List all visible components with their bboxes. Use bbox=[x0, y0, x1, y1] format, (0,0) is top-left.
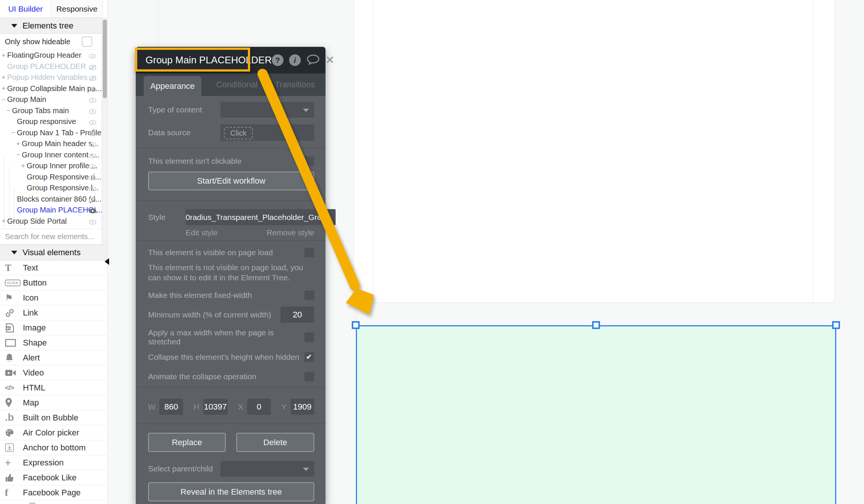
selected-group-element[interactable] bbox=[356, 325, 836, 504]
tree-item[interactable]: −Group Inner content -... bbox=[0, 150, 102, 161]
max-width-checkbox[interactable] bbox=[304, 332, 314, 342]
expand-collapse-glyph[interactable]: + bbox=[2, 73, 7, 82]
y-input[interactable]: 1909 bbox=[291, 399, 315, 415]
elements-tree-header[interactable]: Elements tree bbox=[0, 18, 107, 34]
tree-item[interactable]: +Group Inner profile ... bbox=[0, 160, 102, 172]
eye-icon[interactable] bbox=[88, 86, 97, 92]
expand-collapse-glyph[interactable]: − bbox=[6, 106, 12, 115]
visual-elements-header[interactable]: Visual elements bbox=[0, 244, 107, 260]
chevron-down-icon[interactable] bbox=[11, 251, 17, 254]
tree-item[interactable]: Group Responsive ri... bbox=[0, 172, 102, 183]
fixed-width-checkbox[interactable] bbox=[304, 290, 314, 300]
palette-item-image[interactable]: JPGImage bbox=[0, 320, 107, 335]
tab-appearance[interactable]: Appearance bbox=[144, 76, 201, 96]
tab-responsive[interactable]: Responsive bbox=[51, 0, 103, 18]
palette-item-built-on-bubble[interactable]: .bBuilt on Bubble bbox=[0, 410, 107, 425]
eye-icon[interactable] bbox=[88, 185, 97, 191]
tree-scrollbar-track[interactable] bbox=[102, 18, 107, 244]
expand-collapse-glyph[interactable]: + bbox=[2, 217, 7, 225]
type-of-content-dropdown[interactable] bbox=[220, 102, 314, 118]
expand-collapse-glyph[interactable]: + bbox=[2, 51, 7, 60]
panel-titlebar[interactable]: Group Main PLACEHOLDER ? i ✕ bbox=[136, 47, 326, 73]
palette-item-icon[interactable]: ⚑Icon bbox=[0, 290, 107, 305]
tab-transitions[interactable]: Transitions bbox=[266, 73, 324, 96]
info-icon[interactable]: i bbox=[289, 54, 301, 66]
eye-icon[interactable] bbox=[88, 152, 97, 158]
eye-slash-icon[interactable] bbox=[88, 64, 97, 70]
resize-handle-top-center[interactable] bbox=[592, 321, 600, 329]
palette-item-link[interactable]: Link bbox=[0, 305, 107, 320]
edit-style-link[interactable]: Edit style bbox=[186, 228, 218, 237]
eye-icon[interactable] bbox=[88, 97, 97, 103]
help-icon[interactable]: ? bbox=[272, 54, 284, 66]
expand-collapse-glyph[interactable]: − bbox=[2, 96, 7, 104]
palette-item-map[interactable]: Map bbox=[0, 395, 107, 410]
palette-item-shape[interactable]: Shape bbox=[0, 335, 107, 350]
expand-collapse-glyph[interactable]: + bbox=[21, 162, 27, 170]
resize-handle-top-right[interactable] bbox=[832, 321, 840, 329]
palette-item-facebook-page[interactable]: fFacebook Page bbox=[0, 485, 107, 500]
h-input[interactable]: 10397 bbox=[203, 399, 228, 415]
eye-icon[interactable] bbox=[88, 119, 97, 125]
tree-item[interactable]: +Popup Hidden Variables bbox=[0, 72, 102, 83]
tab-ui-builder[interactable]: UI Builder bbox=[0, 0, 51, 18]
expand-collapse-glyph[interactable]: + bbox=[16, 140, 22, 148]
data-source-field[interactable]: Click bbox=[220, 124, 314, 141]
animate-collapse-checkbox[interactable] bbox=[304, 372, 314, 381]
tree-item[interactable]: Group responsive bbox=[0, 116, 102, 127]
eye-icon[interactable] bbox=[88, 141, 97, 147]
visible-on-load-checkbox[interactable] bbox=[304, 248, 314, 257]
min-width-input[interactable]: 20 bbox=[280, 307, 314, 323]
close-icon[interactable]: ✕ bbox=[326, 55, 334, 66]
tree-item[interactable]: Group Main PLACEHOL... bbox=[0, 205, 102, 216]
tree-item[interactable]: +Group Main header s... bbox=[0, 138, 102, 150]
eye-icon[interactable] bbox=[88, 130, 97, 136]
tree-item[interactable]: +FloatingGroup Header bbox=[0, 50, 102, 61]
sidebar-collapse-arrow-icon[interactable] bbox=[105, 258, 109, 265]
replace-button[interactable]: Replace bbox=[148, 433, 226, 452]
expand-collapse-glyph[interactable]: + bbox=[2, 84, 7, 93]
tree-scrollbar-thumb[interactable] bbox=[103, 19, 107, 98]
expand-collapse-glyph[interactable]: − bbox=[11, 129, 17, 137]
tree-item[interactable]: +Group Side Portal bbox=[0, 216, 102, 227]
palette-item-text[interactable]: TText bbox=[0, 260, 107, 275]
data-source-click-chip[interactable]: Click bbox=[224, 127, 253, 139]
start-edit-workflow-button[interactable]: Start/Edit workflow bbox=[148, 172, 314, 190]
chevron-down-icon[interactable] bbox=[11, 24, 17, 28]
tree-item[interactable]: +Group Collapsible Main pa... bbox=[0, 83, 102, 94]
palette-item-button[interactable]: CLICKButton bbox=[0, 275, 107, 290]
only-show-hideable-checkbox[interactable] bbox=[82, 36, 92, 47]
eye-slash-icon[interactable] bbox=[88, 75, 97, 81]
eye-icon[interactable] bbox=[88, 163, 97, 169]
expand-collapse-glyph[interactable]: − bbox=[16, 151, 22, 159]
not-clickable-checkbox[interactable] bbox=[304, 156, 314, 166]
tree-item[interactable]: Group PLACEHOLDER bbox=[0, 61, 102, 72]
eye-icon[interactable] bbox=[88, 52, 97, 58]
palette-item-facebook-like[interactable]: Facebook Like bbox=[0, 470, 107, 485]
palette-item-video[interactable]: Video bbox=[0, 365, 107, 380]
eye-icon[interactable] bbox=[88, 218, 97, 224]
palette-item-air-color-picker[interactable]: Air Color picker bbox=[0, 425, 107, 440]
page-canvas[interactable] bbox=[354, 0, 835, 303]
tree-item[interactable]: Blocks container 860 (d... bbox=[0, 194, 102, 205]
style-dropdown[interactable]: 0radius_Transparent_Placeholder_Gro... bbox=[186, 209, 336, 225]
tree-item[interactable]: −Group Tabs main bbox=[0, 105, 102, 117]
resize-handle-top-left[interactable] bbox=[352, 321, 360, 329]
comment-icon[interactable] bbox=[306, 54, 320, 67]
tree-item[interactable]: −Group Main bbox=[0, 94, 102, 105]
eye-icon[interactable] bbox=[88, 108, 97, 114]
collapse-height-checkbox[interactable] bbox=[304, 352, 314, 362]
reveal-in-tree-button[interactable]: Reveal in the Elements tree bbox=[148, 482, 314, 501]
w-input[interactable]: 860 bbox=[159, 399, 183, 415]
remove-style-link[interactable]: Remove style bbox=[267, 228, 314, 237]
eye-icon[interactable] bbox=[88, 207, 97, 213]
tree-item[interactable]: −Group Nav 1 Tab - Profile bbox=[0, 127, 102, 139]
eye-icon[interactable] bbox=[88, 174, 97, 180]
x-input[interactable]: 0 bbox=[247, 399, 271, 415]
tree-item[interactable]: Group Responsive l... bbox=[0, 182, 102, 194]
delete-button[interactable]: Delete bbox=[236, 433, 314, 452]
palette-item-alert[interactable]: Alert bbox=[0, 350, 107, 365]
palette-item-html[interactable]: </>HTML bbox=[0, 380, 107, 395]
select-parent-child-dropdown[interactable] bbox=[220, 461, 314, 477]
eye-icon[interactable] bbox=[88, 196, 97, 202]
